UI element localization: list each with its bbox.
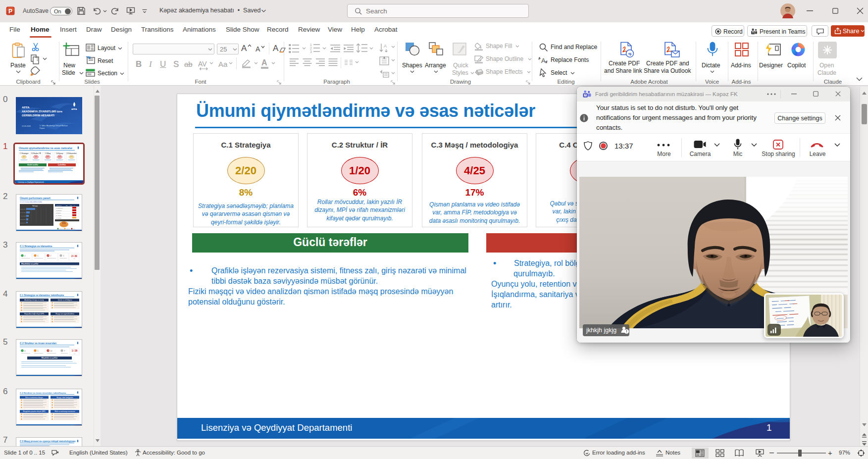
svg-text:Ümumi bal: Ümumi bal xyxy=(61,224,67,225)
svg-text:7: 7 xyxy=(51,255,51,257)
svg-text:Rol və strukturların dizaynı: Rol və strukturların dizaynı xyxy=(25,397,43,399)
svg-text:AFFA: AFFA xyxy=(22,106,30,109)
svg-text:bal: bal xyxy=(74,353,76,355)
svg-text:Müşahidələr və şərhlər: Müşahidələr və şərhlər xyxy=(21,263,39,265)
svg-text:Məşqçilərin peşəkar inkişafı (: Məşqçilərin peşəkar inkişafı (MPI) xyxy=(23,410,45,412)
svg-text:Məşqçi üzrə qiymətləndirmə: Məşqçi üzrə qiymətləndirmə xyxy=(55,313,74,315)
svg-text:C.1 Strategiya: C.1 Strategiya xyxy=(20,153,29,154)
svg-text:C.1–C.5 üzrə əldə edilmiş ball: C.1–C.5 üzrə əldə edilmiş ballar xyxy=(20,201,43,203)
svg-text:2 / 20: 2 / 20 xyxy=(71,255,77,257)
svg-text:GERİBİLDİRİM HESABATI: GERİBİLDİRİM HESABATI xyxy=(22,114,54,117)
svg-text:Çətinliklər: Çətinliklər xyxy=(58,164,66,166)
svg-text:C.2 Struktur: C.2 Struktur xyxy=(56,210,62,211)
svg-text:Müşahidə və şərhlər: Müşahidə və şərhlər xyxy=(42,357,58,359)
svg-text:güclü zəif: güclü zəif xyxy=(59,228,64,229)
svg-text:C.4 Oyunçu: C.4 Oyunçu xyxy=(56,153,63,154)
svg-text:AFFA: AFFA xyxy=(71,108,77,110)
svg-text:Bal: Bal xyxy=(66,205,68,206)
svg-text:C.5 İnfrastruktur: C.5 İnfrastruktur xyxy=(17,208,26,210)
svg-text:1 / 20: 1 / 20 xyxy=(72,350,78,352)
svg-text:Kəpəz: Kəpəz xyxy=(40,127,45,129)
svg-text:✕: ✕ xyxy=(48,350,49,352)
svg-text:1: 1 xyxy=(38,350,39,352)
svg-text:Məşqçi, təlim fəaliyyətləri: Məşqçi, təlim fəaliyyətləri xyxy=(56,397,73,399)
svg-text:Akademiya missiya və strateji: Akademiya missiya və strateji xyxy=(24,299,44,301)
svg-text:A: A xyxy=(541,57,546,64)
svg-text:Ümumi performans paneli: Ümumi performans paneli xyxy=(20,197,51,200)
svg-text:C.1 Strategiya və idarəetmə: C.1 Strategiya və idarəetmə xyxy=(20,245,52,248)
svg-text:A: A xyxy=(384,44,387,49)
svg-text:0: 0 xyxy=(25,350,26,352)
svg-text:0: 0 xyxy=(25,255,26,257)
svg-text:Max: Max xyxy=(70,205,72,206)
svg-text:Güclü tərəflər: Güclü tərəflər xyxy=(27,164,39,166)
svg-text:C.2 Struktur və insan resursla: C.2 Struktur və insan resursları xyxy=(20,342,57,345)
svg-text:Məqsədlərə bağlı inkişaf (KPI): Məqsədlərə bağlı inkişaf (KPI) xyxy=(24,313,44,315)
svg-text:Kateqoriya: Kateqoriya xyxy=(56,205,62,206)
svg-text:C.3 Məşq: C.3 Məşq xyxy=(45,153,51,154)
svg-text:4/25: 4/25 xyxy=(47,156,50,158)
svg-text:3: 3 xyxy=(310,50,312,53)
svg-text:✓: ✓ xyxy=(22,350,23,352)
svg-text:T: T xyxy=(585,94,586,97)
svg-text:5. İddıa: Akademiya İnkişaf Mə: 5. İddıa: Akademiya İnkişaf Mərkəzi xyxy=(40,124,68,127)
svg-text:1: 1 xyxy=(310,43,312,47)
svg-text:1: 1 xyxy=(63,255,64,257)
svg-text:C.5 İnfrastr.: C.5 İnfrastr. xyxy=(56,217,62,218)
svg-text:orta zəif: orta zəif xyxy=(66,228,70,229)
svg-text:C.1 Strategiya və idarəetmə: t: C.1 Strategiya və idarəetmə: təkmilləşmə xyxy=(20,294,64,297)
svg-text:C.3 Məşq: C.3 Məşq xyxy=(21,215,26,217)
svg-text:C.2 Struktur və insan resursla: C.2 Struktur və insan resursları: təkmil… xyxy=(20,392,66,394)
svg-text:7: 7 xyxy=(64,350,65,352)
svg-text:5/25: 5/25 xyxy=(58,156,61,158)
svg-text:Ümumi qiymətləndirmə və əsas n: Ümumi qiymətləndirmə və əsas nəticələr xyxy=(19,147,73,150)
svg-text:C.3 Məşq prosesi və oyunçu ink: C.3 Məşq prosesi və oyunçu inkişaf metod… xyxy=(20,440,76,443)
svg-text:3/10: 3/10 xyxy=(70,156,73,158)
svg-text:10: 10 xyxy=(51,350,52,352)
svg-text:1/20: 1/20 xyxy=(35,156,38,158)
svg-text:1: 1 xyxy=(38,255,39,257)
svg-text:12.05.2026: 12.05.2026 xyxy=(22,125,31,127)
svg-text:Qurum və rol bölgüsü: Qurum və rol bölgüsü xyxy=(58,299,72,301)
svg-text:Rifah və motivasiya mexanizmi: Rifah və motivasiya mexanizmi xyxy=(54,410,75,412)
svg-text:C.4 Oyunçu: C.4 Oyunçu xyxy=(19,212,26,213)
svg-text:2/20: 2/20 xyxy=(23,156,26,158)
svg-text:✓: ✓ xyxy=(22,255,23,256)
svg-text:AKADƏMİYA ZİYARƏTLƏRİ üzrə: AKADƏMİYA ZİYARƏTLƏRİ üzrə xyxy=(22,110,62,113)
svg-text:Bal payı: Bal payı xyxy=(33,205,38,207)
svg-text:P: P xyxy=(8,8,12,15)
svg-text:bal: bal xyxy=(73,258,75,259)
svg-text:2: 2 xyxy=(310,47,312,50)
svg-text:C.1 Strategiya: C.1 Strategiya xyxy=(56,207,63,208)
svg-text:C.2 Struktur: C.2 Struktur xyxy=(19,219,26,220)
svg-text:zəif: zəif xyxy=(73,228,75,229)
svg-text:C.1 Strategiya: C.1 Strategiya xyxy=(18,222,26,224)
svg-text:✕: ✕ xyxy=(48,255,49,256)
svg-text:Lisenziya və Qeydiyyat Departa: Lisenziya və Qeydiyyat Departamenti xyxy=(18,181,44,183)
